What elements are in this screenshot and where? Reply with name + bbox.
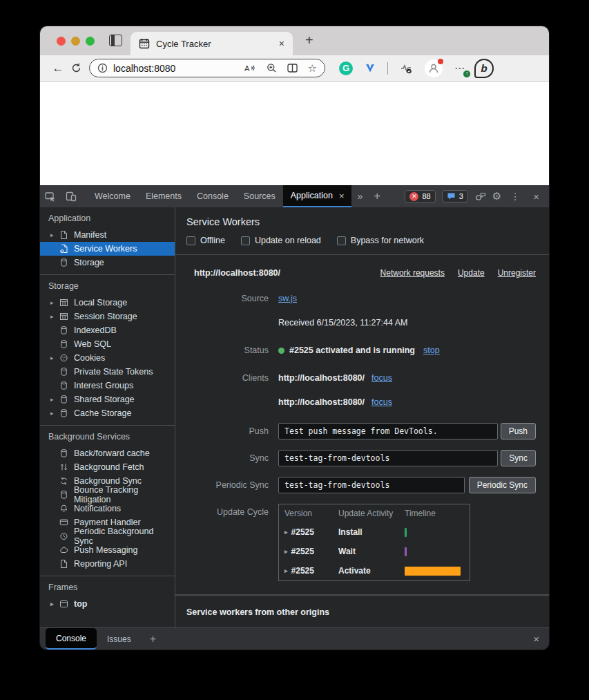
expand-arrow-icon[interactable]: ▸ (284, 529, 288, 536)
split-screen-icon[interactable] (287, 64, 298, 73)
expand-arrow-icon[interactable]: ▸ (50, 231, 59, 238)
checkbox-box[interactable] (241, 236, 250, 245)
sync-button[interactable]: Sync (501, 450, 536, 466)
close-drawer-icon[interactable]: × (523, 628, 549, 650)
unregister-link[interactable]: Unregister (498, 268, 536, 278)
database-icon (59, 339, 69, 349)
close-window-button[interactable] (57, 37, 66, 46)
checkbox-bypass-for-network[interactable]: Bypass for network (337, 236, 424, 245)
sidebar-item-cookies[interactable]: ▸Cookies (40, 351, 175, 365)
sidebar-item-session-storage[interactable]: ▸Session Storage (40, 310, 175, 323)
checkbox-box[interactable] (337, 236, 346, 245)
zoom-icon[interactable] (267, 63, 277, 73)
url-text[interactable]: localhost:8080 (113, 63, 175, 74)
devtools-tab-label: Elements (146, 191, 182, 201)
browser-tab[interactable]: Cycle Tracker × (131, 32, 293, 55)
sidebar-item-service-workers[interactable]: Service Workers (40, 242, 175, 256)
v-extension-icon[interactable] (365, 63, 376, 73)
expand-arrow-icon[interactable]: ▸ (284, 548, 288, 555)
expand-arrow-icon[interactable]: ▸ (50, 299, 59, 306)
health-extension-icon[interactable] (400, 63, 413, 74)
devtools-tab-elements[interactable]: Elements (138, 185, 189, 207)
update-cycle-row[interactable]: ▸#2525Install (279, 522, 470, 542)
more-tabs-icon[interactable]: » (351, 185, 368, 207)
devtools-tabbar: WelcomeElementsConsoleSourcesApplication… (40, 185, 549, 207)
close-panel-tab-icon[interactable]: × (339, 191, 345, 201)
devtools-tab-application[interactable]: Application× (283, 185, 352, 207)
sidebar-item-reporting-api[interactable]: Reporting API (40, 557, 175, 571)
address-bar[interactable]: localhost:8080 A ☆ (89, 59, 325, 77)
favorites-star-icon[interactable]: ☆ (308, 62, 317, 75)
more-menu-icon[interactable]: ⋯↑ (454, 62, 465, 75)
sidebar-item-web-sql[interactable]: Web SQL (40, 337, 175, 351)
new-tab-button[interactable]: + (305, 32, 313, 48)
periodic-sync-tag-input[interactable] (278, 477, 465, 493)
expand-arrow-icon[interactable]: ▸ (50, 313, 59, 320)
expand-arrow-icon[interactable]: ▸ (50, 600, 59, 607)
push-button[interactable]: Push (501, 423, 536, 439)
close-tab-icon[interactable]: × (279, 38, 284, 49)
sidebar-item-back-forward-cache[interactable]: Back/forward cache (40, 446, 175, 460)
console-drawer: ConsoleIssues + × (40, 627, 549, 650)
expand-arrow-icon[interactable]: ▸ (284, 567, 288, 574)
update-link[interactable]: Update (458, 268, 485, 278)
database-icon (59, 381, 69, 390)
expand-arrow-icon[interactable]: ▸ (50, 396, 59, 403)
update-cycle-row[interactable]: ▸#2525Activate (279, 561, 470, 580)
tab-overview-icon[interactable] (109, 35, 122, 46)
checkbox-update-on-reload[interactable]: Update on reload (241, 236, 321, 245)
update-cycle-row[interactable]: ▸#2525Wait (279, 542, 470, 561)
sync-tag-input[interactable] (278, 450, 498, 466)
add-panel-icon[interactable]: + (368, 185, 386, 207)
read-aloud-icon[interactable]: A (244, 64, 256, 73)
focus-link[interactable]: focus (371, 397, 392, 407)
device-toolbar-icon[interactable] (61, 185, 81, 207)
sidebar-item-bounce-tracking-mitigation[interactable]: Bounce Tracking Mitigation (40, 488, 175, 502)
frame-icon (59, 599, 69, 609)
checkbox-offline[interactable]: Offline (186, 236, 225, 245)
inspect-element-icon[interactable] (40, 185, 61, 207)
sidebar-item-local-storage[interactable]: ▸Local Storage (40, 296, 175, 310)
checkbox-box[interactable] (186, 236, 195, 245)
profile-avatar[interactable] (425, 59, 443, 77)
add-drawer-tab-icon[interactable]: + (142, 628, 164, 650)
feedback-icon[interactable] (474, 191, 486, 202)
periodic-sync-button[interactable]: Periodic Sync (469, 477, 536, 493)
zoom-window-button[interactable] (86, 37, 95, 46)
sidebar-item-storage[interactable]: Storage (40, 256, 175, 269)
error-badge[interactable]: ✕88 (405, 190, 435, 203)
issues-badge[interactable]: 3 (442, 190, 468, 202)
sidebar-item-label: Background Fetch (74, 462, 144, 472)
settings-gear-icon[interactable]: ⚙ (492, 190, 501, 202)
grammarly-extension-icon[interactable]: G (339, 62, 353, 75)
focus-link[interactable]: focus (371, 373, 392, 383)
sidebar-item-private-state-tokens[interactable]: Private State Tokens (40, 365, 175, 379)
sidebar-item-indexeddb[interactable]: IndexedDB (40, 323, 175, 337)
devtools-tab-sources[interactable]: Sources (236, 185, 283, 207)
refresh-icon[interactable] (67, 62, 85, 74)
sidebar-item-interest-groups[interactable]: Interest Groups (40, 379, 175, 392)
drawer-tab-console[interactable]: Console (46, 628, 97, 650)
sidebar-item-background-fetch[interactable]: Background Fetch (40, 460, 175, 474)
drawer-tab-issues[interactable]: Issues (97, 628, 142, 650)
minimize-window-button[interactable] (71, 37, 80, 46)
push-message-input[interactable] (278, 423, 498, 439)
sidebar-item-cache-storage[interactable]: ▸Cache Storage (40, 406, 175, 420)
sync-label: Sync (194, 453, 269, 463)
expand-arrow-icon[interactable]: ▸ (50, 410, 59, 417)
kebab-menu-icon[interactable]: ⋮ (508, 191, 523, 202)
devtools-tab-console[interactable]: Console (189, 185, 236, 207)
sidebar-item-periodic-background-sync[interactable]: Periodic Background Sync (40, 529, 175, 543)
sidebar-item-top[interactable]: ▸top (40, 597, 175, 611)
back-icon[interactable]: ← (49, 62, 67, 75)
copilot-icon[interactable]: b (474, 59, 494, 78)
expand-arrow-icon[interactable]: ▸ (50, 354, 59, 361)
close-devtools-icon[interactable]: × (529, 191, 543, 202)
network-requests-link[interactable]: Network requests (380, 268, 445, 278)
site-info-icon[interactable] (97, 63, 108, 73)
sidebar-item-shared-storage[interactable]: ▸Shared Storage (40, 392, 175, 406)
stop-link[interactable]: stop (423, 346, 440, 355)
source-link[interactable]: sw.js (278, 294, 297, 303)
sidebar-item-manifest[interactable]: ▸Manifest (40, 228, 175, 242)
devtools-tab-welcome[interactable]: Welcome (87, 185, 138, 207)
